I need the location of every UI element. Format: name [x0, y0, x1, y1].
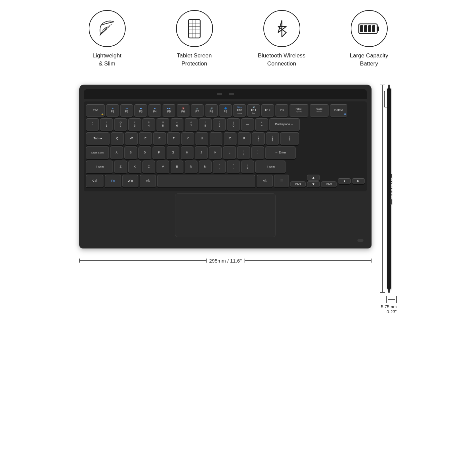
- key-4[interactable]: $ 4: [142, 118, 155, 131]
- key-6[interactable]: ^ 6: [171, 118, 183, 131]
- svg-rect-0: [188, 19, 200, 38]
- key-bracket-right[interactable]: } ]: [266, 132, 279, 145]
- key-backspace[interactable]: Backspace ←: [269, 118, 300, 131]
- stylus-tip-top: [388, 85, 390, 88]
- key-h[interactable]: H: [181, 146, 193, 159]
- svg-rect-8: [377, 27, 379, 31]
- key-ctrl[interactable]: Ctrl: [86, 175, 103, 187]
- key-q[interactable]: Q: [111, 132, 124, 145]
- key-c[interactable]: C: [142, 161, 155, 173]
- top-bar-dot-2: [229, 93, 234, 95]
- key-f10[interactable]: ScLk F10 Home: [233, 104, 246, 117]
- bottom-led-bar: [84, 237, 367, 242]
- key-0[interactable]: ) 0: [227, 118, 240, 131]
- thickness-left-line: [386, 296, 387, 303]
- svg-rect-10: [364, 25, 367, 32]
- key-capslock[interactable]: Caps Lock: [86, 146, 109, 159]
- key-9[interactable]: ( 9: [213, 118, 226, 131]
- touchpad-area: [84, 193, 367, 237]
- key-g[interactable]: G: [167, 146, 179, 159]
- key-arrow-down[interactable]: ▼: [307, 181, 320, 187]
- key-f7[interactable]: 🔉 F7: [191, 104, 204, 117]
- key-e[interactable]: E: [139, 132, 152, 145]
- key-menu[interactable]: ☰: [274, 175, 289, 187]
- key-1[interactable]: ! 1: [100, 118, 113, 131]
- key-ins[interactable]: Ins: [275, 104, 288, 117]
- key-pgdn[interactable]: PgDn: [321, 181, 337, 187]
- key-shift-right[interactable]: ⇧ Shift: [255, 161, 286, 173]
- number-key-row: ~ ` ! 1 @ 2 # 3: [86, 118, 365, 131]
- key-f5[interactable]: ⏭⏭ F5: [163, 104, 175, 117]
- key-a[interactable]: A: [110, 146, 123, 159]
- key-win[interactable]: Win: [122, 175, 138, 187]
- key-quote[interactable]: " ': [251, 146, 264, 159]
- key-f12[interactable]: F12: [261, 104, 274, 117]
- key-minus[interactable]: —: [241, 118, 254, 131]
- fn-key-row: Esc 🔒 ☀- F1 ☀+ F2 ⏮ F3: [86, 104, 365, 117]
- key-f3[interactable]: ⏮ F3: [134, 104, 147, 117]
- width-dim-line-2: [245, 260, 372, 261]
- key-f[interactable]: F: [153, 146, 165, 159]
- touchpad[interactable]: [175, 193, 276, 237]
- key-f1[interactable]: ☀- F1: [106, 104, 119, 117]
- key-8[interactable]: * 8: [199, 118, 212, 131]
- key-slash[interactable]: ? /: [241, 161, 254, 173]
- key-2[interactable]: @ 2: [114, 118, 127, 131]
- key-i[interactable]: I: [210, 132, 222, 145]
- key-o[interactable]: O: [224, 132, 236, 145]
- key-shift-left[interactable]: ⇧ Shift: [86, 161, 113, 173]
- key-d[interactable]: D: [138, 146, 151, 159]
- key-pause[interactable]: Pause Break: [310, 104, 329, 117]
- key-b[interactable]: B: [171, 161, 183, 173]
- key-f4[interactable]: ⏭ F4: [148, 104, 161, 117]
- key-u[interactable]: U: [196, 132, 208, 145]
- key-esc[interactable]: Esc 🔒: [86, 104, 105, 117]
- key-arrow-up[interactable]: ▲: [307, 175, 320, 181]
- key-enter[interactable]: ← Enter: [265, 146, 296, 159]
- key-l[interactable]: L: [223, 146, 236, 159]
- key-comma[interactable]: < ,: [213, 161, 226, 173]
- key-f2[interactable]: ☀+ F2: [120, 104, 133, 117]
- key-r[interactable]: R: [153, 132, 166, 145]
- key-semicolon[interactable]: : ;: [237, 146, 250, 159]
- key-arrow-left[interactable]: ◄: [338, 178, 351, 184]
- key-delete[interactable]: Delete ⏻: [330, 104, 347, 117]
- key-z[interactable]: Z: [114, 161, 127, 173]
- key-f6[interactable]: 🔇 F6: [177, 104, 189, 117]
- key-3[interactable]: # 3: [128, 118, 141, 131]
- key-s[interactable]: S: [124, 146, 137, 159]
- key-f11[interactable]: 🔊 F11 End: [247, 104, 260, 117]
- key-space[interactable]: [157, 175, 255, 187]
- key-t[interactable]: T: [167, 132, 180, 145]
- key-p[interactable]: P: [238, 132, 251, 145]
- key-m[interactable]: M: [199, 161, 212, 173]
- bluetooth-icon: [273, 18, 290, 40]
- key-period[interactable]: > .: [227, 161, 240, 173]
- key-backtick[interactable]: ~ `: [86, 118, 99, 131]
- key-w[interactable]: W: [125, 132, 138, 145]
- key-f8[interactable]: 🔊 F8: [205, 104, 218, 117]
- feather-icon: [97, 18, 117, 39]
- key-alt-right[interactable]: Alt: [257, 175, 273, 187]
- key-7[interactable]: & 7: [185, 118, 198, 131]
- key-tab[interactable]: Tab ⇥: [86, 132, 110, 145]
- key-x[interactable]: X: [128, 161, 141, 173]
- key-alt-left[interactable]: Alt: [140, 175, 156, 187]
- key-5[interactable]: % 5: [157, 118, 169, 131]
- key-backslash[interactable]: | \: [280, 132, 299, 145]
- key-equals[interactable]: + =: [255, 118, 268, 131]
- width-dim-row: 295mm / 11.6": [79, 258, 372, 264]
- key-arrow-right[interactable]: ►: [352, 178, 365, 184]
- key-v[interactable]: V: [157, 161, 169, 173]
- keyboard-top-bar: [84, 89, 367, 99]
- key-pgup[interactable]: PgUp: [290, 181, 306, 187]
- key-fn[interactable]: Fn: [105, 175, 121, 187]
- key-prtscr[interactable]: PrtScr SysRq: [290, 104, 308, 117]
- key-n[interactable]: N: [185, 161, 198, 173]
- key-f9[interactable]: 🔵 F9: [219, 104, 232, 117]
- zxcv-key-row: ⇧ Shift Z X C V B N M < , > .: [86, 161, 365, 173]
- key-j[interactable]: J: [195, 146, 208, 159]
- key-bracket-left[interactable]: { [: [252, 132, 265, 145]
- key-y[interactable]: Y: [181, 132, 194, 145]
- key-k[interactable]: K: [209, 146, 222, 159]
